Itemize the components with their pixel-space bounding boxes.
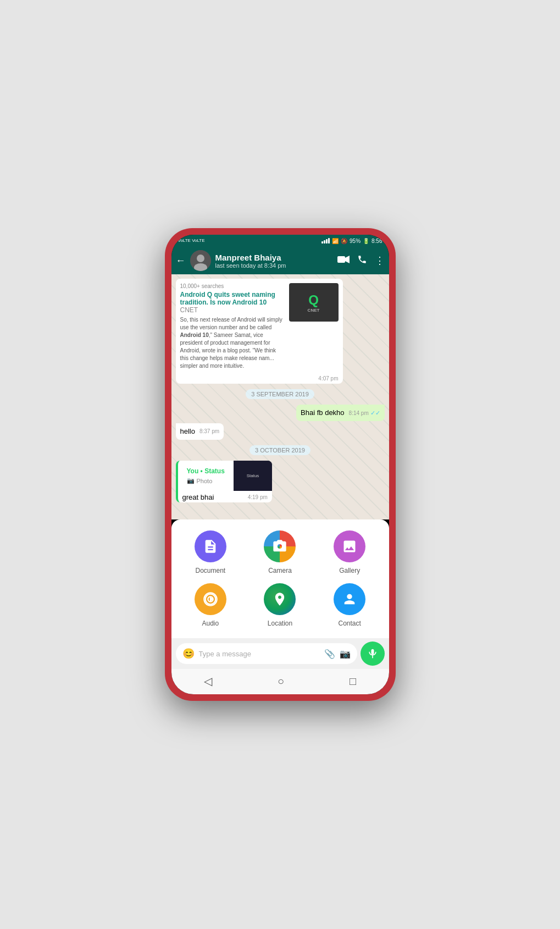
voice-call-button[interactable] bbox=[357, 255, 367, 267]
attachment-grid: Document Camera bbox=[180, 530, 380, 627]
attach-button[interactable]: 📎 bbox=[324, 649, 335, 659]
camera-icon-small: 📷 bbox=[187, 477, 195, 484]
status-share-type: Photo bbox=[197, 478, 213, 484]
svg-point-1 bbox=[197, 255, 204, 262]
emoji-button[interactable]: 😊 bbox=[182, 648, 195, 660]
contact-info[interactable]: Manpreet Bhaiya last seen today at 8:34 … bbox=[215, 253, 333, 269]
location-label: Location bbox=[268, 620, 292, 627]
message-time: 8:37 pm bbox=[199, 428, 219, 435]
news-image: Q CNET bbox=[289, 283, 339, 322]
news-time: 4:07 pm bbox=[176, 374, 343, 384]
battery-level: 95% bbox=[350, 238, 361, 244]
more-options-button[interactable]: ⋮ bbox=[375, 255, 385, 267]
read-ticks: ✓✓ bbox=[370, 410, 380, 416]
date-divider-october: 3 OCTOBER 2019 bbox=[249, 445, 311, 455]
carrier-info: VoLTE VoLTE bbox=[178, 238, 205, 244]
svg-text:Status: Status bbox=[246, 473, 259, 478]
status-share-sub: 📷 Photo bbox=[182, 476, 229, 488]
location-icon-circle bbox=[264, 583, 296, 615]
message-input-bar: 😊 Type a message 📎 📷 bbox=[171, 638, 389, 669]
document-icon-circle bbox=[195, 530, 226, 562]
message-text: hello bbox=[180, 427, 195, 435]
date-divider-september: 3 SEPTEMBER 2019 bbox=[246, 389, 314, 399]
time-display: 8:56 bbox=[372, 238, 382, 244]
video-call-button[interactable] bbox=[337, 255, 350, 267]
news-search-count: 10,000+ searches bbox=[180, 283, 285, 289]
wifi-icon: 📶 bbox=[332, 238, 339, 244]
camera-icon-circle bbox=[264, 530, 296, 562]
attach-location-button[interactable]: Location bbox=[264, 583, 296, 627]
gallery-icon-circle bbox=[334, 530, 365, 562]
chat-area: 10,000+ searches Android Q quits sweet n… bbox=[171, 274, 389, 519]
attach-contact-button[interactable]: Contact bbox=[334, 583, 365, 627]
contact-icon-circle bbox=[334, 583, 365, 615]
mic-send-button[interactable] bbox=[361, 642, 385, 666]
camera-input-button[interactable]: 📷 bbox=[340, 649, 351, 659]
navigation-bar: ◁ ○ □ bbox=[171, 669, 389, 694]
recents-nav-button[interactable]: □ bbox=[350, 675, 356, 688]
phone-screen: VoLTE VoLTE 📶 🔕 95% 🔋 8:56 ← bbox=[171, 235, 389, 694]
message-placeholder: Type a message bbox=[199, 650, 320, 658]
news-message-bubble: 10,000+ searches Android Q quits sweet n… bbox=[176, 279, 343, 384]
battery-icon: 🔋 bbox=[363, 238, 369, 244]
contact-label: Contact bbox=[338, 620, 361, 627]
back-button[interactable]: ← bbox=[176, 255, 186, 267]
attach-gallery-button[interactable]: Gallery bbox=[334, 530, 365, 574]
attachment-menu: Document Camera bbox=[171, 519, 389, 638]
status-share-header: You • Status bbox=[182, 464, 229, 476]
attach-audio-button[interactable]: Audio bbox=[195, 583, 226, 627]
contact-name: Manpreet Bhaiya bbox=[215, 253, 333, 262]
outgoing-message-1: Bhai fb dekho 8:14 pm ✓✓ bbox=[296, 405, 384, 421]
mute-icon: 🔕 bbox=[341, 238, 347, 244]
contact-avatar[interactable] bbox=[190, 250, 211, 271]
back-nav-button[interactable]: ◁ bbox=[204, 674, 212, 688]
home-nav-button[interactable]: ○ bbox=[278, 675, 284, 688]
message-input-field[interactable]: 😊 Type a message 📎 📷 bbox=[176, 643, 357, 664]
header-actions: ⋮ bbox=[337, 255, 385, 267]
news-body: So, this next release of Android will si… bbox=[180, 316, 285, 370]
contact-status: last seen today at 8:34 pm bbox=[215, 262, 333, 269]
svg-rect-3 bbox=[337, 256, 345, 263]
status-preview-image: Status bbox=[234, 461, 272, 491]
attach-camera-button[interactable]: Camera bbox=[264, 530, 296, 574]
news-title: Android Q quits sweet naming tradition. … bbox=[180, 291, 285, 314]
status-message-text: great bhai 4:19 pm bbox=[178, 491, 272, 502]
phone-frame: VoLTE VoLTE 📶 🔕 95% 🔋 8:56 ← bbox=[165, 228, 396, 701]
document-label: Document bbox=[195, 567, 225, 574]
status-message-time: 4:19 pm bbox=[248, 494, 268, 500]
svg-marker-4 bbox=[345, 256, 350, 263]
audio-icon-circle bbox=[195, 583, 226, 615]
gallery-label: Gallery bbox=[339, 567, 360, 574]
status-right: 📶 🔕 95% 🔋 8:56 bbox=[321, 238, 382, 244]
signal-icon bbox=[321, 238, 330, 244]
camera-label: Camera bbox=[268, 567, 292, 574]
incoming-message-1: hello 8:37 pm bbox=[176, 423, 224, 440]
message-text: Bhai fb dekho bbox=[301, 408, 345, 417]
status-bar: VoLTE VoLTE 📶 🔕 95% 🔋 8:56 bbox=[171, 235, 389, 247]
audio-label: Audio bbox=[202, 620, 219, 627]
chat-header: ← Manpreet Bhaiya last seen today at 8:3… bbox=[171, 247, 389, 274]
status-share-bubble: You • Status 📷 Photo Status g bbox=[176, 461, 272, 502]
message-time: 8:14 pm ✓✓ bbox=[349, 409, 380, 417]
attach-document-button[interactable]: Document bbox=[195, 530, 226, 574]
